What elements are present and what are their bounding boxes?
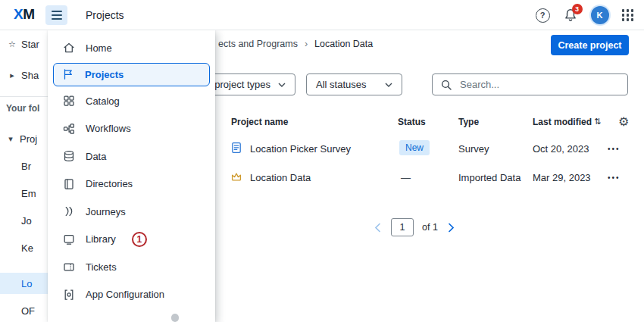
chevron-down-icon (278, 83, 286, 87)
survey-icon (230, 141, 243, 155)
menu-item-projects[interactable]: Projects (53, 63, 210, 87)
gear-icon[interactable]: ⚙ (618, 114, 629, 129)
scrollbar-thumb[interactable] (171, 314, 179, 322)
search-box (432, 73, 628, 95)
row-actions-icon[interactable]: ••• (608, 174, 621, 182)
annotation-circle-1: 1 (132, 232, 147, 247)
breadcrumb-parent[interactable]: ects and Programs (218, 39, 298, 49)
menu-item-label: Catalog (86, 95, 120, 107)
menu-item-label: App Configuration (86, 289, 164, 300)
notification-badge: 3 (572, 4, 583, 14)
menu-item-directories[interactable]: Directories (48, 170, 215, 199)
menu-item-home[interactable]: Home (48, 34, 215, 62)
menu-item-label: Projects (85, 69, 123, 80)
topbar: XM Projects ? 3 K (0, 0, 644, 30)
create-project-button[interactable]: Create project (551, 35, 629, 55)
directories-icon (62, 177, 76, 191)
app-switcher-icon[interactable] (622, 9, 634, 21)
journeys-icon (62, 205, 76, 218)
last-modified-date: Mar 29, 2023 (533, 172, 591, 183)
next-page-icon[interactable] (446, 221, 456, 234)
menu-item-app-configuration[interactable]: App Configuration (48, 281, 215, 309)
statuses-label: All statuses (316, 79, 366, 90)
breadcrumb-current: Location Data (314, 39, 373, 49)
database-icon (62, 149, 76, 163)
menu-item-label: Home (86, 42, 112, 54)
help-icon[interactable]: ? (536, 8, 550, 23)
topbar-actions: ? 3 K (536, 0, 634, 30)
home-icon (62, 41, 76, 55)
last-modified-date: Oct 20, 2023 (533, 143, 589, 155)
column-header-last-modified[interactable]: Last modified (533, 117, 592, 127)
page-number-input[interactable]: 1 (391, 218, 414, 236)
status-badge: New (399, 140, 430, 155)
chevron-down-icon (385, 83, 392, 87)
breadcrumb-separator-icon: › (305, 39, 308, 49)
menu-item-label: Journeys (86, 206, 126, 217)
project-type: Imported Data (458, 172, 521, 183)
xm-logo[interactable]: XM (14, 6, 35, 23)
search-input[interactable] (458, 78, 610, 91)
menu-item-tickets[interactable]: Tickets (48, 253, 215, 281)
previous-page-icon[interactable] (373, 221, 383, 234)
projects-icon (61, 67, 75, 81)
tickets-icon (62, 260, 76, 274)
notifications-button[interactable]: 3 (563, 8, 578, 23)
statuses-dropdown[interactable]: All statuses (306, 73, 402, 95)
nav-flyout-menu: Home Projects Catalog Workflows Data Dir… (48, 30, 215, 322)
column-header-type: Type (458, 117, 479, 127)
project-name-link[interactable]: Location Data (250, 172, 311, 183)
menu-item-workflows[interactable]: Workflows (48, 115, 215, 143)
menu-item-label: Library (86, 233, 116, 245)
row-actions-icon[interactable]: ••• (608, 145, 621, 153)
catalog-icon (62, 94, 76, 108)
menu-item-catalog[interactable]: Catalog (48, 87, 215, 115)
menu-item-data[interactable]: Data (48, 142, 215, 170)
logo-x: X (14, 6, 23, 22)
avatar[interactable]: K (591, 6, 609, 24)
pagination: 1 of 1 (373, 218, 456, 236)
project-types-label: project types (214, 79, 270, 90)
menu-item-label: Workflows (86, 123, 131, 134)
column-header-project-name: Project name (231, 117, 288, 127)
sort-icon[interactable]: ⇅ (594, 117, 601, 127)
project-name-link[interactable]: Location Picker Survey (250, 143, 351, 155)
search-icon (440, 79, 452, 91)
imported-data-icon (230, 170, 243, 183)
menu-item-library[interactable]: Library 1 (48, 226, 215, 254)
menu-item-label: Directories (86, 178, 133, 189)
status-empty: — (401, 172, 411, 183)
hamburger-menu-button[interactable] (45, 5, 67, 25)
breadcrumb: ects and Programs › Location Data (218, 39, 373, 49)
menu-item-label: Tickets (86, 261, 117, 273)
page-title: Projects (86, 9, 124, 21)
app-configuration-icon (62, 288, 76, 302)
menu-item-label: Data (86, 151, 106, 162)
page-count-label: of 1 (422, 222, 438, 233)
workflows-icon (62, 122, 76, 136)
column-header-status: Status (398, 117, 426, 127)
project-type: Survey (458, 143, 489, 155)
menu-item-journeys[interactable]: Journeys (48, 198, 215, 226)
logo-m: M (23, 6, 34, 22)
library-icon (62, 233, 76, 246)
